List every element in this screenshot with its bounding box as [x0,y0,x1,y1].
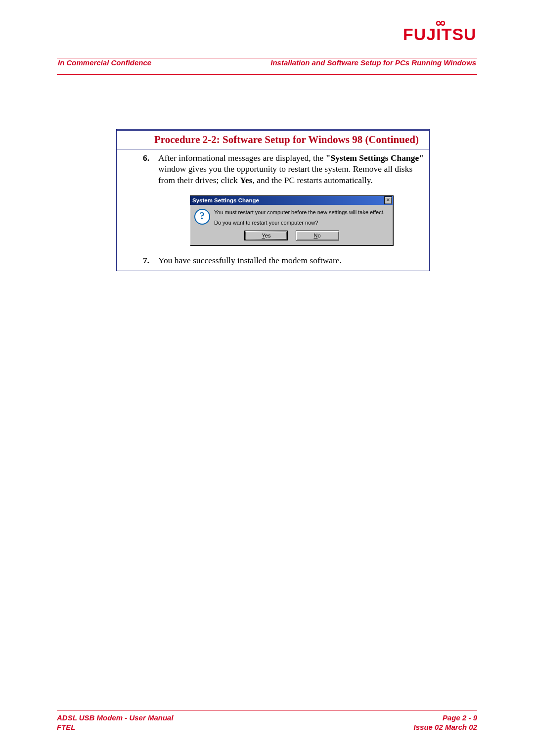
header-left: In Commercial Confidence [58,58,151,67]
fujitsu-wordmark: FUJITSU [403,26,477,43]
step-number: 7. [122,255,158,266]
footer-company: FTEL [57,723,174,731]
step-number: 6. [122,152,158,249]
dialog-title: System Settings Change [192,197,259,204]
footer-left: ADSL USB Modem - User Manual FTEL [57,713,174,731]
dialog-titlebar: System Settings Change ✕ [190,196,393,205]
dialog-button-row: Yes No [190,229,393,245]
procedure-box: Procedure 2-2: Software Setup for Window… [116,129,430,271]
fujitsu-logo: FUJITSU [403,26,477,43]
header-rule [57,74,477,75]
footer-manual-title: ADSL USB Modem - User Manual [57,713,174,722]
footer-issue: Issue 02 March 02 [414,723,477,731]
no-button[interactable]: No [296,231,339,240]
dialog-body: ? You must restart your computer before … [190,205,393,229]
dialog-line2: Do you want to restart your computer now… [214,219,385,227]
step6-post: , and the PC restarts automatically. [253,175,373,185]
question-icon: ? [194,209,210,225]
dialog-text: You must restart your computer before th… [214,209,385,227]
step-body: After informational messages are display… [158,152,424,249]
procedure-step-6: 6. After informational messages are disp… [117,149,429,254]
step6-bold1: "System Settings Change" [326,153,424,163]
header-right: Installation and Software Setup for PCs … [270,58,476,67]
system-settings-change-dialog: System Settings Change ✕ ? You must rest… [190,195,394,246]
footer-page-number: Page 2 - 9 [414,713,477,722]
page-footer: ADSL USB Modem - User Manual FTEL Page 2… [57,713,477,731]
manual-page: FUJITSU In Commercial Confidence Install… [0,0,534,756]
dialog-line1: You must restart your computer before th… [214,209,385,216]
footer-right: Page 2 - 9 Issue 02 March 02 [414,713,477,731]
step-body: You have successfully installed the mode… [158,255,424,266]
procedure-title: Procedure 2-2: Software Setup for Window… [117,131,429,149]
footer-rule [57,710,477,710]
step6-bold2: Yes [240,175,252,185]
page-header: In Commercial Confidence Installation an… [57,58,477,67]
step6-pre: After informational messages are display… [158,153,326,163]
procedure-step-7: 7. You have successfully installed the m… [117,254,429,271]
yes-button[interactable]: Yes [244,231,288,240]
close-icon[interactable]: ✕ [384,196,392,204]
